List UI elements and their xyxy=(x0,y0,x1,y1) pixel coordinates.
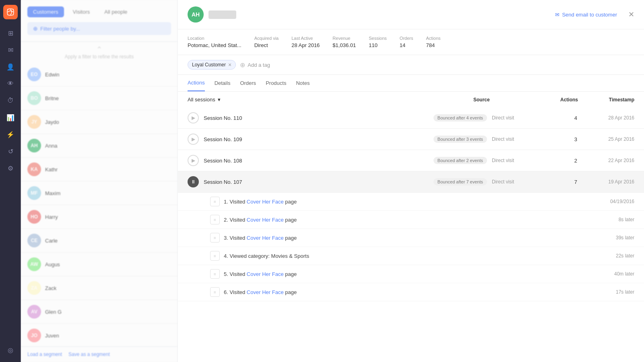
table-row[interactable]: ⏸ Session No. 107 Bounced after 7 events… xyxy=(178,171,644,193)
sessions-filter-dropdown[interactable]: All sessions ▾ xyxy=(188,97,221,103)
list-item[interactable]: EO Edwin xyxy=(21,63,178,86)
detail-panel: AH •••••••••• ✉ Send email to customer ✕… xyxy=(178,0,644,362)
tab-notes[interactable]: Notes xyxy=(296,75,310,91)
tab-actions[interactable]: Actions xyxy=(188,75,205,91)
event-type-icon: ≡ xyxy=(210,215,220,224)
event-type-icon: ≡ xyxy=(210,287,220,297)
event-description: 3. Visited Cover Her Face page xyxy=(224,235,612,241)
tab-customers[interactable]: Customers xyxy=(27,6,64,17)
list-item[interactable]: JO Juven xyxy=(21,324,178,346)
event-page-link[interactable]: Cover Her Face xyxy=(247,199,284,205)
tab-orders[interactable]: Orders xyxy=(240,75,256,91)
sidebar-icon-filter[interactable]: ⚙ xyxy=(3,161,18,175)
remove-tag-button[interactable]: × xyxy=(228,62,231,68)
col-header-timestamp: Timestamp xyxy=(578,97,634,103)
list-item: ≡ 2. Visited Cover Her Face page 8s late… xyxy=(178,211,644,229)
list-item[interactable]: BO Britne xyxy=(21,86,178,110)
sidebar-icon-user-circle[interactable]: ◎ xyxy=(3,343,18,357)
sidebar-icon-zap[interactable]: ⚡ xyxy=(3,127,18,142)
list-item[interactable]: MF Maxim xyxy=(21,181,178,205)
sidebar-icon-clock[interactable]: ⏱ xyxy=(3,93,18,108)
event-type-icon: ≡ xyxy=(210,233,220,243)
sidebar-logo[interactable] xyxy=(3,5,18,19)
load-segment-link[interactable]: Load a segment xyxy=(27,352,62,357)
table-row[interactable]: ▶ Session No. 109 Bounced after 3 events… xyxy=(178,129,644,150)
list-item[interactable]: AV Glen G xyxy=(21,300,178,324)
add-tag-button[interactable]: ⊕ Add a tag xyxy=(240,61,270,69)
event-page-link[interactable]: Cover Her Face xyxy=(247,289,284,295)
list-item[interactable]: JY Jaydo xyxy=(21,110,178,134)
plus-icon: ⊕ xyxy=(33,25,38,32)
event-description: 5. Visited Cover Her Face page xyxy=(224,271,610,277)
sidebar-icon-history[interactable]: ↺ xyxy=(3,144,18,158)
list-item[interactable]: CE Carle xyxy=(21,229,178,253)
sidebar-icon-eye[interactable]: 👁 xyxy=(3,76,18,91)
event-type-icon: ≡ xyxy=(210,197,220,206)
list-item: ≡ 1. Visited Cover Her Face page 04/19/2… xyxy=(178,193,644,211)
bounce-badge: Bounced after 4 events xyxy=(433,114,487,121)
customer-name: Carle xyxy=(45,238,58,244)
event-timestamp: 22s later xyxy=(616,253,634,259)
table-row[interactable]: ▶ Session No. 110 Bounced after 4 events… xyxy=(178,107,644,129)
left-panel-header: Customers Visitors All people ⊕ Filter p… xyxy=(21,0,178,42)
session-name: Session No. 107 xyxy=(204,179,429,185)
event-timestamp: 39s later xyxy=(616,235,634,241)
tab-details[interactable]: Details xyxy=(215,75,231,91)
customer-name: Glen G xyxy=(45,309,62,315)
session-timestamp: 25 Apr 2016 xyxy=(582,136,634,142)
session-name: Session No. 108 xyxy=(204,158,429,164)
bounce-badge: Bounced after 7 events xyxy=(433,178,487,185)
session-timestamp: 22 Apr 2016 xyxy=(582,158,634,163)
list-item[interactable]: AH Anna xyxy=(21,134,178,158)
session-actions-count: 2 xyxy=(545,158,577,164)
session-actions-count: 3 xyxy=(545,136,577,142)
tabs-nav: ActionsDetailsOrdersProductsNotes xyxy=(178,75,644,92)
list-item[interactable]: ZA Zack xyxy=(21,276,178,300)
avatar: AH xyxy=(188,6,204,23)
list-item: ≡ 6. Visited Cover Her Face page 17s lat… xyxy=(178,283,644,301)
session-name: Session No. 110 xyxy=(204,115,429,121)
event-page-link[interactable]: Cover Her Face xyxy=(247,217,284,223)
customer-name: Edwin xyxy=(45,72,59,78)
avatar: JY xyxy=(27,115,41,129)
send-email-button[interactable]: ✉ Send email to customer xyxy=(555,12,617,18)
col-header-actions: Actions xyxy=(538,97,578,103)
list-item[interactable]: HO Harry xyxy=(21,205,178,229)
meta-sessions: Sessions 110 xyxy=(369,36,387,48)
sidebar-icon-user[interactable]: 👤 xyxy=(3,60,18,74)
sidebar-icon-mail[interactable]: ✉ xyxy=(3,43,18,57)
meta-revenue: Revenue $1,036.01 xyxy=(332,36,356,48)
sidebar-icon-chart[interactable]: 📊 xyxy=(3,110,18,125)
bounce-badge: Bounced after 3 events xyxy=(433,136,487,143)
left-panel-footer: Load a segment Save as a segment xyxy=(21,346,178,362)
save-segment-link[interactable]: Save as a segment xyxy=(68,352,110,357)
tab-visitors[interactable]: Visitors xyxy=(67,6,95,17)
session-actions-count: 7 xyxy=(545,179,577,185)
filter-people-button[interactable]: ⊕ Filter people by... xyxy=(27,22,171,35)
customer-name: Jaydo xyxy=(45,119,59,125)
event-description: 1. Visited Cover Her Face page xyxy=(224,199,606,205)
customer-list: EO Edwin BO Britne JY Jaydo AH Anna KA K… xyxy=(21,63,178,346)
event-page-link[interactable]: Cover Her Face xyxy=(247,235,284,241)
sidebar-icon-grid[interactable]: ⊞ xyxy=(3,26,18,40)
customer-name: Zack xyxy=(45,285,56,291)
table-row[interactable]: ▶ Session No. 108 Bounced after 2 events… xyxy=(178,150,644,171)
event-type-icon: ≡ xyxy=(210,251,220,261)
tab-products[interactable]: Products xyxy=(266,75,286,91)
avatar: AV xyxy=(27,305,41,319)
tags-row: Loyal Customer × ⊕ Add a tag xyxy=(178,55,644,75)
avatar: AW xyxy=(27,257,41,271)
sessions-list: ▶ Session No. 110 Bounced after 4 events… xyxy=(178,107,644,362)
meta-acquired: Acquired via Direct xyxy=(254,36,279,48)
session-expand-icon: ▶ xyxy=(188,155,199,166)
meta-location: Location Potomac, United Stat... xyxy=(188,36,242,48)
tab-all-people[interactable]: All people xyxy=(99,6,133,17)
left-panel: Customers Visitors All people ⊕ Filter p… xyxy=(21,0,178,362)
close-button[interactable]: ✕ xyxy=(628,11,634,18)
event-description: 2. Visited Cover Her Face page xyxy=(224,217,615,223)
event-page-link[interactable]: Cover Her Face xyxy=(247,271,284,277)
list-item[interactable]: KA Kathr xyxy=(21,158,178,181)
event-type-icon: ≡ xyxy=(210,269,220,279)
list-item[interactable]: AW Augus xyxy=(21,253,178,276)
event-timestamp: 04/19/2016 xyxy=(610,199,634,204)
